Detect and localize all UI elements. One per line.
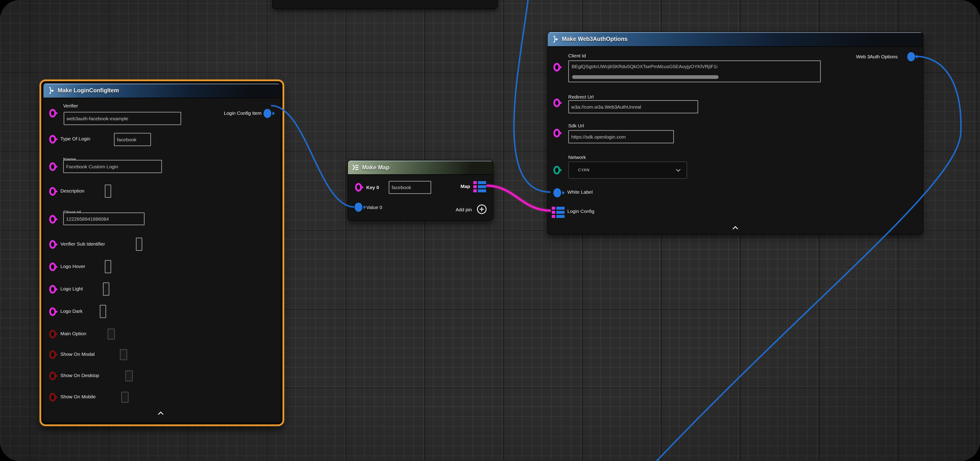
client-id-pin[interactable]	[49, 215, 56, 224]
map-pin-value-square	[556, 211, 565, 214]
type-of-login-field[interactable]: facebook	[114, 133, 151, 146]
map-pin-value-square	[556, 215, 565, 218]
main-option-label: Main Option	[60, 331, 86, 336]
show-on-desktop-pin[interactable]	[49, 372, 56, 380]
node-make-web3authoptions[interactable]: Make Web3AuthOptions Client IdBEglQSgt4c…	[547, 32, 923, 235]
main-option-pin[interactable]	[49, 330, 56, 339]
logo-dark-field[interactable]	[100, 305, 106, 318]
client-id-value: BEglQSgt4cUWcj6SKRdu5QkOXTsePmMcusG5EAoy…	[572, 64, 818, 69]
wire-top-to-whitelabel	[514, 0, 550, 192]
map-pin-row	[552, 215, 565, 218]
logo-hover-label: Logo Hover	[60, 264, 85, 269]
type-of-login-pin[interactable]	[49, 135, 56, 144]
collapse-node-icon[interactable]	[733, 226, 738, 230]
make-map-icon	[352, 164, 360, 171]
node-title: Make Map	[362, 161, 389, 174]
network-pin[interactable]	[554, 166, 560, 175]
login-config-pin[interactable]	[552, 207, 565, 218]
output-pin-label: Login Config Item	[224, 110, 261, 116]
node-title: Make Web3AuthOptions	[562, 32, 627, 46]
logo-hover-pin[interactable]	[49, 262, 56, 271]
client-id-field[interactable]: 1222658941886084	[63, 213, 145, 225]
login-config-label: Login Config	[567, 208, 594, 214]
key0-pin[interactable]	[355, 183, 362, 192]
key0-value: facebook	[391, 185, 411, 190]
make-struct-icon	[47, 86, 56, 95]
map-pin-key-square	[552, 211, 555, 214]
verifier-label: Verifier	[63, 103, 78, 109]
make-struct-icon	[551, 35, 560, 43]
verifier-sub-identifier-field[interactable]	[136, 238, 142, 251]
key0-label: Key 0	[366, 185, 379, 190]
verifier-field[interactable]: web3auth-facebook-example	[64, 112, 181, 125]
client-id-pin[interactable]	[554, 63, 560, 72]
redirect-url-field[interactable]: w3a://com.w3a.Web3AuthUnreal	[568, 100, 698, 113]
value0-pin[interactable]	[355, 203, 362, 212]
logo-light-field[interactable]	[103, 282, 109, 296]
map-pin-value-square	[556, 207, 565, 210]
logo-light-pin[interactable]	[49, 285, 56, 294]
node-title: Make LoginConfigItem	[58, 83, 119, 97]
redirect-url-label: Redirect Url	[568, 94, 593, 100]
blueprint-canvas[interactable]: Make LoginConfigItem Verifierweb3auth-fa…	[0, 0, 980, 461]
sdk-url-field[interactable]: https://sdk.openlogin.com	[568, 130, 674, 143]
name-field[interactable]: Facebook Custom Login	[63, 160, 162, 173]
node-make-map[interactable]: Make Map Key 0 facebook Map Value 0 Add …	[347, 160, 493, 221]
network-label: Network	[568, 154, 586, 160]
description-field[interactable]	[105, 184, 111, 198]
redirect-url-value: w3a://com.w3a.Web3AuthUnreal	[571, 105, 641, 109]
show-on-modal-label: Show On Modal	[60, 351, 94, 357]
wire-map-to-loginconfig-glow	[486, 186, 551, 211]
name-value: Facebook Custom Login	[66, 164, 118, 169]
client-id-label: Client Id	[568, 53, 586, 59]
network-dropdown[interactable]: CYAN	[568, 161, 687, 179]
logo-light-label: Logo Light	[60, 286, 83, 292]
main-option-checkbox[interactable]	[108, 329, 115, 340]
chevron-down-icon	[676, 168, 680, 172]
verifier-sub-identifier-label: Verifier Sub Identifier	[60, 241, 105, 247]
logo-dark-pin[interactable]	[49, 307, 56, 316]
map-pin-row	[552, 211, 565, 214]
verifier-pin[interactable]	[49, 109, 56, 118]
login-config-item-output-pin[interactable]	[264, 109, 271, 118]
white-label-pin[interactable]	[554, 188, 561, 197]
wire-map-to-loginconfig-mid	[486, 186, 551, 211]
verifier-value: web3auth-facebook-example	[67, 116, 128, 121]
show-on-mobile-checkbox[interactable]	[121, 392, 129, 403]
sdk-url-label: Sdk Url	[568, 123, 584, 129]
web3auth-options-output-pin[interactable]	[907, 52, 915, 61]
key0-field[interactable]: facebook	[389, 181, 431, 194]
sdk-url-value: https://sdk.openlogin.com	[571, 135, 626, 139]
map-output-pin[interactable]	[473, 181, 486, 192]
output-pin-label: Web 3Auth Options	[856, 54, 898, 59]
verifier-sub-identifier-pin[interactable]	[49, 240, 56, 249]
add-pin-label: Add pin	[456, 207, 472, 213]
show-on-desktop-label: Show On Desktop	[60, 373, 99, 378]
collapse-node-icon[interactable]	[158, 411, 163, 416]
sdk-url-pin[interactable]	[554, 129, 560, 137]
show-on-modal-checkbox[interactable]	[120, 349, 127, 360]
node-body	[43, 83, 280, 422]
offscreen-node-stub[interactable]	[272, 0, 498, 9]
show-on-desktop-checkbox[interactable]	[126, 370, 133, 382]
show-on-mobile-label: Show On Mobile	[60, 394, 95, 399]
map-pin-key-square	[552, 215, 555, 218]
show-on-mobile-pin[interactable]	[49, 393, 56, 402]
redirect-url-pin[interactable]	[554, 99, 560, 107]
description-label: Description	[60, 188, 84, 194]
client-id-field-scrollbar[interactable]	[572, 75, 719, 79]
node-make-loginconfigitem[interactable]: Make LoginConfigItem Verifierweb3auth-fa…	[40, 79, 284, 426]
logo-hover-field[interactable]	[105, 260, 111, 273]
type-of-login-value: facebook	[117, 137, 136, 142]
description-pin[interactable]	[49, 187, 56, 196]
client-id-field[interactable]: BEglQSgt4cUWcj6SKRdu5QkOXTsePmMcusG5EAoy…	[568, 60, 821, 82]
map-pin-key-square	[552, 207, 555, 210]
node-header[interactable]: Make LoginConfigItem	[43, 83, 280, 99]
node-header[interactable]: Make Web3AuthOptions	[548, 32, 923, 47]
node-header[interactable]: Make Map	[348, 161, 493, 175]
white-label-label: White Label	[567, 189, 593, 195]
type-of-login-label: Type Of Login	[60, 136, 91, 141]
show-on-modal-pin[interactable]	[49, 350, 56, 359]
name-pin[interactable]	[49, 162, 56, 171]
add-pin-icon[interactable]	[477, 204, 487, 214]
